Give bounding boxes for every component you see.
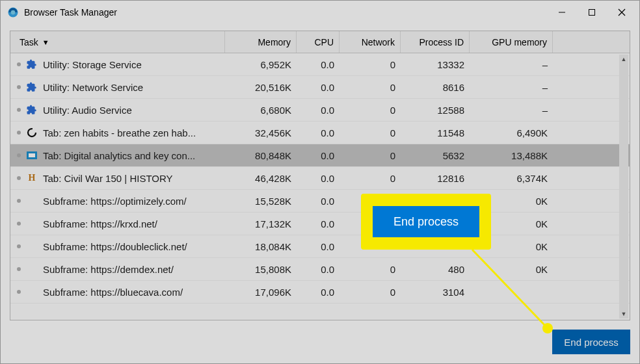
cell-memory: 6,680K — [225, 105, 297, 116]
callout-end-process: End process — [361, 194, 491, 250]
row-bullet-icon — [17, 62, 21, 66]
cell-pid: 13332 — [401, 59, 470, 70]
cell-cpu: 0.0 — [297, 127, 340, 138]
table-row[interactable]: Subframe: https://optimizely.com/15,528K… — [10, 190, 630, 213]
table-row[interactable]: Tab: Digital analytics and key con...80,… — [10, 144, 630, 167]
task-name: Tab: Civil War 150 | HISTORY — [43, 173, 220, 184]
table-row[interactable]: Utility: Network Service20,516K0.008616– — [10, 76, 630, 99]
table-row[interactable]: Subframe: https://demdex.net/15,808K0.00… — [10, 258, 630, 281]
extension-icon — [26, 104, 38, 116]
extension-icon — [26, 81, 38, 93]
cell-memory: 20,516K — [225, 82, 297, 93]
column-network[interactable]: Network — [340, 31, 401, 53]
row-bullet-icon — [17, 176, 21, 180]
row-bullet-icon — [17, 199, 21, 203]
task-name: Utility: Audio Service — [43, 105, 220, 116]
cell-network: 0 — [340, 105, 401, 116]
sort-indicator-icon: ▼ — [42, 38, 49, 46]
cell-cpu: 0.0 — [297, 287, 340, 298]
cell-cpu: 0.0 — [297, 241, 340, 252]
cell-gpu: 13,488K — [470, 150, 553, 161]
cell-memory: 46,428K — [225, 173, 297, 184]
cell-cpu: 0.0 — [297, 82, 340, 93]
cell-network: 0 — [340, 150, 401, 161]
cell-task: Tab: zen habits - breathe zen hab... — [10, 127, 225, 138]
column-memory[interactable]: Memory — [225, 31, 297, 53]
close-button[interactable] — [607, 2, 637, 23]
cell-cpu: 0.0 — [297, 196, 340, 207]
cell-cpu: 0.0 — [297, 150, 340, 161]
maximize-icon — [588, 8, 596, 16]
cell-gpu: – — [470, 105, 553, 116]
column-gpu[interactable]: GPU memory — [470, 31, 553, 53]
cell-pid: 12816 — [401, 173, 470, 184]
cell-network: 0 — [340, 287, 401, 298]
task-name: Tab: Digital analytics and key con... — [43, 150, 220, 161]
column-memory-label: Memory — [258, 37, 291, 47]
callout-button-highlight: End process — [373, 206, 479, 237]
cell-pid: 11548 — [401, 127, 470, 138]
cell-gpu: – — [470, 59, 553, 70]
maximize-button[interactable] — [577, 2, 607, 23]
table-row[interactable]: Utility: Audio Service6,680K0.0012588– — [10, 99, 630, 122]
table-row[interactable]: Tab: zen habits - breathe zen hab...32,4… — [10, 122, 630, 144]
extension-icon — [26, 58, 38, 70]
table-row[interactable]: Subframe: https://bluecava.com/17,096K0.… — [10, 281, 630, 304]
cell-cpu: 0.0 — [297, 264, 340, 275]
cell-task: Utility: Storage Service — [10, 58, 225, 70]
column-network-label: Network — [362, 37, 395, 47]
cell-gpu: 6,490K — [470, 127, 553, 138]
row-bullet-icon — [17, 222, 21, 226]
cell-gpu: – — [470, 82, 553, 93]
column-scroll-gutter — [553, 31, 565, 53]
callout-dot-icon — [542, 323, 553, 333]
table-row[interactable]: Subframe: https://doubleclick.net/18,084… — [10, 235, 630, 258]
cell-network: 0 — [340, 127, 401, 138]
cell-task: Subframe: https://doubleclick.net/ — [10, 240, 225, 252]
column-gpu-label: GPU memory — [492, 37, 547, 47]
svg-rect-3 — [589, 10, 595, 16]
scroll-down-icon[interactable]: ▼ — [619, 309, 628, 318]
cell-pid: 8616 — [401, 82, 470, 93]
task-name: Subframe: https://demdex.net/ — [43, 264, 220, 275]
column-pid[interactable]: Process ID — [401, 31, 470, 53]
end-process-button[interactable]: End process — [552, 330, 630, 354]
row-bullet-icon — [17, 244, 21, 248]
cell-memory: 17,096K — [225, 287, 297, 298]
cell-task: Subframe: https://krxd.net/ — [10, 218, 225, 229]
column-task[interactable]: Task ▼ — [10, 31, 225, 53]
cell-pid: 12588 — [401, 105, 470, 116]
cell-cpu: 0.0 — [297, 59, 340, 70]
row-bullet-icon — [17, 290, 21, 294]
vertical-scrollbar[interactable]: ▲ ▼ — [619, 55, 628, 318]
task-name: Utility: Network Service — [43, 82, 220, 93]
column-cpu[interactable]: CPU — [297, 31, 340, 53]
cell-task: Subframe: https://demdex.net/ — [10, 263, 225, 275]
callout-label: End process — [393, 215, 459, 229]
cell-task: Utility: Audio Service — [10, 104, 225, 116]
task-table: Task ▼ Memory CPU Network Process ID GPU… — [10, 31, 630, 320]
cell-memory: 6,952K — [225, 59, 297, 70]
cell-cpu: 0.0 — [297, 105, 340, 116]
end-process-label: End process — [564, 337, 618, 348]
cell-pid: 480 — [401, 264, 470, 275]
cell-network: 0 — [340, 59, 401, 70]
minimize-button[interactable] — [547, 2, 577, 23]
row-bullet-icon — [17, 85, 21, 89]
scroll-up-icon[interactable]: ▲ — [619, 55, 628, 64]
cell-task: Subframe: https://bluecava.com/ — [10, 286, 225, 298]
cell-task: HTab: Civil War 150 | HISTORY — [10, 172, 225, 184]
task-name: Tab: zen habits - breathe zen hab... — [43, 127, 220, 138]
task-name: Utility: Storage Service — [43, 59, 220, 70]
table-row[interactable]: Subframe: https://krxd.net/17,132K0.00K — [10, 213, 630, 235]
row-bullet-icon — [17, 131, 21, 135]
row-bullet-icon — [17, 267, 21, 271]
titlebar: Browser Task Manager — [1, 1, 639, 24]
table-header: Task ▼ Memory CPU Network Process ID GPU… — [10, 31, 630, 53]
svg-point-1 — [11, 10, 16, 15]
cell-task: Subframe: https://optimizely.com/ — [10, 195, 225, 207]
table-row[interactable]: HTab: Civil War 150 | HISTORY46,428K0.00… — [10, 167, 630, 190]
cell-pid: 5632 — [401, 150, 470, 161]
table-row[interactable]: Utility: Storage Service6,952K0.0013332– — [10, 53, 630, 76]
cell-cpu: 0.0 — [297, 173, 340, 184]
